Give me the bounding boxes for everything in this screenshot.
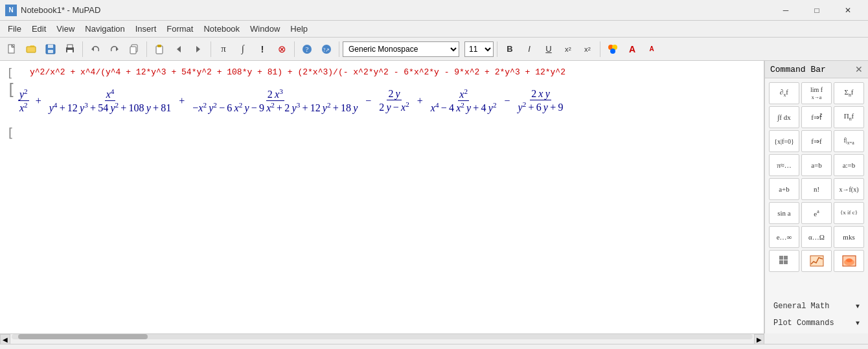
- notebook[interactable]: y^2/x^2 + x^4/(y^4 + 12*y^3 + 54*y^2 + 1…: [0, 61, 764, 333]
- frac-2xy: 2 x y y2 + 6 y + 9: [517, 88, 565, 113]
- superscript-button[interactable]: x2: [578, 40, 597, 58]
- menu-insert[interactable]: Insert: [130, 22, 162, 36]
- scroll-left-button[interactable]: ◀: [0, 334, 10, 344]
- font-size-down-button[interactable]: A: [643, 40, 661, 58]
- scroll-thumb[interactable]: [18, 334, 148, 339]
- cb-mks-button[interactable]: mks: [834, 226, 864, 248]
- cb-diff-button[interactable]: ∂xf: [769, 82, 799, 104]
- menu-help[interactable]: Help: [285, 22, 313, 36]
- plot-commands-arrow: ▼: [856, 320, 860, 327]
- frac-2y: 2 y 2 y − x2: [378, 88, 410, 113]
- cb-pi-button[interactable]: π≈…: [769, 154, 799, 176]
- paste-button[interactable]: [150, 40, 168, 58]
- command-bar-close-button[interactable]: ✕: [855, 64, 863, 74]
- exclaim-button[interactable]: !: [253, 40, 271, 58]
- frac-x4: x4 y4 + 12 y3 + 54 y2 + 108 y + 81: [48, 87, 173, 115]
- cb-map-button[interactable]: f⇒f̂: [801, 106, 832, 128]
- back-button[interactable]: [170, 40, 188, 58]
- cb-sin-button[interactable]: sin a: [769, 202, 799, 224]
- svg-marker-15: [196, 46, 200, 52]
- color-button[interactable]: [604, 40, 622, 58]
- cb-func-button[interactable]: f⇒f: [801, 130, 832, 152]
- svg-rect-25: [779, 260, 783, 264]
- save-button[interactable]: [41, 40, 60, 58]
- undo-button[interactable]: [86, 40, 104, 58]
- sep3: [211, 41, 211, 57]
- scroll-track[interactable]: [12, 334, 753, 339]
- cb-integral-button[interactable]: ∫f dx: [769, 106, 799, 128]
- cb-plus-button[interactable]: a+b: [769, 178, 799, 200]
- cb-sum-button[interactable]: Σnf: [834, 82, 864, 104]
- cell-1: y^2/x^2 + x^4/(y^4 + 12*y^3 + 54*y^2 + 1…: [6, 67, 757, 77]
- menu-file[interactable]: File: [3, 22, 27, 36]
- help-arrow-button[interactable]: ?↗: [317, 40, 336, 58]
- svg-rect-23: [779, 256, 783, 260]
- maximize-button[interactable]: □: [802, 0, 832, 21]
- window-controls: ─ □ ✕: [771, 0, 863, 21]
- cb-range-button[interactable]: e…∞: [769, 226, 799, 248]
- integral-button[interactable]: ∫: [234, 40, 252, 58]
- cb-alpha-button[interactable]: α…Ω: [801, 226, 832, 248]
- stop-button[interactable]: ⊗: [273, 40, 291, 58]
- general-math-section[interactable]: General Math ▼: [769, 298, 864, 314]
- subscript-button[interactable]: x2: [559, 40, 577, 58]
- cell-input-3[interactable]: [17, 126, 757, 139]
- menu-format[interactable]: Format: [161, 22, 198, 36]
- menu-edit[interactable]: Edit: [27, 22, 51, 36]
- cb-plot2d-button[interactable]: [801, 250, 832, 272]
- forward-button[interactable]: [189, 40, 207, 58]
- cb-eq-button[interactable]: a=b: [801, 154, 832, 176]
- close-button[interactable]: ✕: [833, 0, 863, 21]
- plot-commands-section[interactable]: Plot Commands ▼: [769, 315, 864, 331]
- cb-matrix-button[interactable]: [769, 250, 799, 272]
- cell-output-2: [ y2 x2 + x4 y4 + 12 y3 + 54 y2 + 108 y …: [6, 82, 757, 120]
- cb-set-button[interactable]: {x|f=0}: [769, 130, 799, 152]
- toolbar: π ∫ ! ⊗ ? ?↗ Generic Monospace 11 12 14 …: [0, 38, 868, 61]
- cb-exp-button[interactable]: ea: [801, 202, 832, 224]
- open-button[interactable]: [22, 40, 40, 58]
- cb-arrow-button[interactable]: x→f(x): [834, 178, 864, 200]
- app-icon: N: [5, 5, 17, 16]
- sep4: [294, 41, 295, 57]
- italic-button[interactable]: I: [520, 40, 538, 58]
- pi-button[interactable]: π: [214, 40, 233, 58]
- frac-x2-poly: x2 x4 − 4 x2 y + 4 y2: [429, 87, 498, 115]
- svg-rect-13: [157, 45, 161, 47]
- underline-button[interactable]: U: [540, 40, 558, 58]
- cb-lim-button[interactable]: lim fx→a: [801, 82, 832, 104]
- cb-assign-button[interactable]: a:=b: [834, 154, 864, 176]
- font-size-up-button[interactable]: A: [623, 40, 641, 58]
- scroll-right-button[interactable]: ▶: [754, 334, 764, 344]
- copy-button[interactable]: [125, 40, 143, 58]
- menu-navigation[interactable]: Navigation: [80, 22, 130, 36]
- hscrollbar: ◀ ▶: [0, 333, 764, 344]
- print-button[interactable]: [61, 40, 79, 58]
- cb-prod-button[interactable]: Πnf: [834, 106, 864, 128]
- cb-plot3d-button[interactable]: [834, 250, 864, 272]
- sep1: [82, 41, 83, 57]
- window-title: Notebook1* - MuPAD: [21, 5, 771, 15]
- new-button[interactable]: [3, 40, 21, 58]
- menu-notebook[interactable]: Notebook: [198, 22, 245, 36]
- size-select[interactable]: 11 12 14: [464, 41, 494, 57]
- bold-button[interactable]: B: [501, 40, 519, 58]
- cell-3: [: [6, 126, 757, 139]
- redo-button[interactable]: [106, 40, 124, 58]
- svg-rect-7: [67, 50, 73, 53]
- cell-input-1[interactable]: y^2/x^2 + x^4/(y^4 + 12*y^3 + 54*y^2 + 1…: [17, 67, 757, 77]
- sep2: [146, 41, 147, 57]
- menu-view[interactable]: View: [51, 22, 80, 36]
- cb-cond-button[interactable]: {x if c}: [834, 202, 864, 224]
- menu-window[interactable]: Window: [245, 22, 285, 36]
- svg-rect-6: [67, 45, 73, 48]
- svg-rect-24: [784, 256, 788, 260]
- font-select[interactable]: Generic Monospace: [343, 41, 459, 57]
- svg-rect-28: [843, 256, 856, 266]
- minimize-button[interactable]: ─: [771, 0, 801, 21]
- frac-y2-x2: y2 x2: [18, 87, 29, 115]
- cb-fact-button[interactable]: n!: [801, 178, 832, 200]
- command-bar-title: Command Bar: [770, 65, 826, 74]
- help-question-button[interactable]: ?: [298, 40, 316, 58]
- menubar: File Edit View Navigation Insert Format …: [0, 21, 868, 38]
- cb-subst-button[interactable]: f|x=a: [834, 130, 864, 152]
